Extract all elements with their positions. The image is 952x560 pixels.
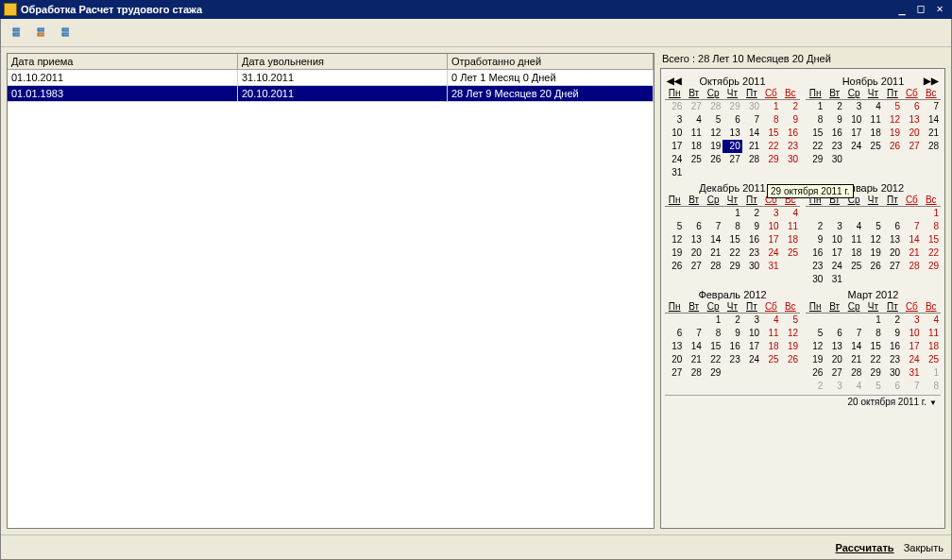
day-cell[interactable]: 26 <box>806 366 824 380</box>
day-cell[interactable]: 11 <box>781 220 800 233</box>
day-cell[interactable]: 15 <box>722 233 741 246</box>
day-cell[interactable]: 15 <box>704 340 722 353</box>
add-row-button[interactable] <box>7 24 26 42</box>
day-cell[interactable]: 20 <box>824 353 843 366</box>
day-cell[interactable]: 14 <box>922 113 941 127</box>
day-cell[interactable]: 15 <box>761 127 780 140</box>
day-cell[interactable]: 20 <box>902 127 921 140</box>
day-cell[interactable]: 24 <box>902 353 921 366</box>
day-cell[interactable]: 22 <box>806 140 824 153</box>
edit-row-button[interactable] <box>31 24 50 42</box>
day-cell[interactable]: 17 <box>742 340 761 353</box>
day-cell[interactable]: 26 <box>665 260 684 273</box>
selected-date-bar[interactable]: 20 октября 2011 г. <box>665 395 941 408</box>
day-cell[interactable]: 9 <box>806 233 824 246</box>
day-cell[interactable]: 7 <box>844 327 863 340</box>
day-cell[interactable]: 2 <box>883 314 902 327</box>
day-cell[interactable]: 3 <box>761 207 780 220</box>
day-cell[interactable]: 21 <box>704 246 722 260</box>
calculate-button[interactable]: Рассчитать <box>836 542 894 553</box>
day-cell[interactable]: 24 <box>665 153 684 166</box>
day-cell[interactable]: 25 <box>684 153 703 166</box>
day-cell[interactable]: 16 <box>824 127 843 140</box>
day-cell[interactable]: 1 <box>863 314 882 327</box>
day-cell[interactable]: 23 <box>722 353 741 366</box>
day-cell[interactable]: 8 <box>863 327 882 340</box>
day-cell[interactable]: 26 <box>781 353 800 366</box>
day-cell[interactable]: 5 <box>863 220 882 233</box>
day-cell[interactable]: 8 <box>761 113 780 127</box>
day-cell[interactable]: 1 <box>922 207 941 220</box>
day-cell[interactable]: 18 <box>844 246 863 260</box>
day-cell[interactable]: 10 <box>824 233 843 246</box>
col-hire[interactable]: Дата приема <box>8 54 238 69</box>
day-cell[interactable]: 4 <box>922 314 941 327</box>
day-cell[interactable]: 16 <box>722 340 741 353</box>
day-cell[interactable]: 1 <box>704 314 722 327</box>
day-cell[interactable]: 1 <box>806 100 824 113</box>
day-cell[interactable]: 18 <box>781 233 800 246</box>
day-cell[interactable]: 8 <box>922 220 941 233</box>
day-cell[interactable]: 18 <box>761 340 780 353</box>
day-cell[interactable]: 3 <box>844 100 863 113</box>
day-cell[interactable]: 22 <box>722 246 741 260</box>
day-cell[interactable]: 14 <box>704 233 722 246</box>
day-cell[interactable]: 6 <box>824 327 843 340</box>
day-cell[interactable]: 3 <box>742 314 761 327</box>
day-cell[interactable]: 13 <box>883 233 902 246</box>
day-cell[interactable]: 27 <box>883 260 902 273</box>
day-cell[interactable]: 13 <box>684 233 703 246</box>
day-cell[interactable]: 16 <box>806 246 824 260</box>
day-cell[interactable]: 1 <box>722 207 741 220</box>
day-cell[interactable]: 23 <box>806 260 824 273</box>
day-cell[interactable]: 8 <box>704 327 722 340</box>
day-cell[interactable]: 22 <box>863 353 882 366</box>
day-cell[interactable]: 27 <box>665 366 684 380</box>
day-cell[interactable]: 22 <box>761 140 780 153</box>
day-cell[interactable]: 12 <box>665 233 684 246</box>
table-row[interactable]: 01.01.198320.10.201128 Лет 9 Месяцев 20 … <box>8 86 654 102</box>
close-button[interactable]: ✕ <box>931 3 948 16</box>
day-cell[interactable]: 24 <box>844 140 863 153</box>
day-cell[interactable]: 5 <box>781 314 800 327</box>
day-cell[interactable]: 8 <box>806 113 824 127</box>
day-cell[interactable]: 13 <box>902 113 921 127</box>
day-cell[interactable]: 10 <box>761 220 780 233</box>
day-cell[interactable]: 8 <box>722 220 741 233</box>
day-cell[interactable]: 5 <box>883 100 902 113</box>
day-cell[interactable]: 2 <box>781 100 800 113</box>
day-cell[interactable]: 12 <box>863 233 882 246</box>
day-cell[interactable]: 20 <box>665 353 684 366</box>
day-cell[interactable]: 5 <box>704 113 722 127</box>
day-cell[interactable]: 9 <box>742 220 761 233</box>
day-cell[interactable]: 29 <box>806 153 824 166</box>
day-cell[interactable]: 19 <box>781 340 800 353</box>
day-cell[interactable]: 6 <box>902 100 921 113</box>
day-cell[interactable]: 20 <box>883 246 902 260</box>
day-cell[interactable]: 9 <box>824 113 843 127</box>
day-cell[interactable]: 4 <box>761 314 780 327</box>
day-cell[interactable]: 28 <box>704 260 722 273</box>
day-cell[interactable]: 10 <box>665 127 684 140</box>
day-cell[interactable]: 17 <box>665 140 684 153</box>
day-cell[interactable]: 26 <box>704 153 722 166</box>
day-cell[interactable]: 30 <box>806 273 824 286</box>
minimize-button[interactable]: _ <box>893 3 910 16</box>
maximize-button[interactable]: □ <box>912 3 929 16</box>
day-cell[interactable]: 26 <box>883 140 902 153</box>
day-cell[interactable]: 31 <box>902 366 921 380</box>
day-cell[interactable]: 27 <box>824 366 843 380</box>
day-cell[interactable]: 14 <box>902 233 921 246</box>
day-cell[interactable]: 6 <box>883 220 902 233</box>
day-cell[interactable]: 16 <box>742 233 761 246</box>
day-cell[interactable]: 3 <box>824 220 843 233</box>
day-cell[interactable]: 7 <box>704 220 722 233</box>
day-cell[interactable]: 28 <box>844 366 863 380</box>
day-cell[interactable]: 31 <box>824 273 843 286</box>
day-cell[interactable]: 25 <box>863 140 882 153</box>
day-cell[interactable]: 28 <box>902 260 921 273</box>
day-cell[interactable]: 25 <box>781 246 800 260</box>
day-cell[interactable]: 18 <box>922 340 941 353</box>
day-cell[interactable]: 12 <box>781 327 800 340</box>
day-cell[interactable]: 4 <box>684 113 703 127</box>
